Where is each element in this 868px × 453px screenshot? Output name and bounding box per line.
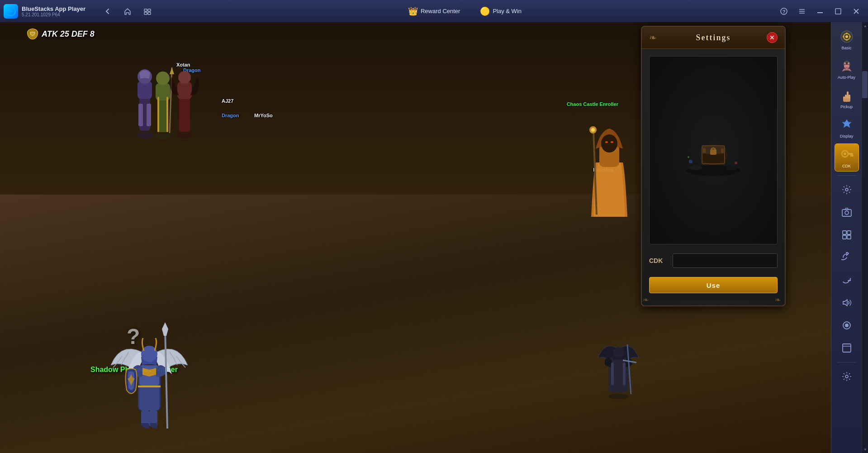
sidebar-record-btn[interactable]	[835, 315, 859, 336]
sidebar-layers-btn[interactable]	[835, 224, 859, 245]
settings-ornament-left: ❧	[649, 32, 660, 43]
svg-rect-2	[148, 9, 151, 11]
sidebar-rotate-btn[interactable]	[835, 270, 859, 291]
sidebar-sync-btn[interactable]	[835, 247, 859, 268]
svg-point-95	[845, 211, 849, 215]
svg-rect-18	[138, 104, 143, 126]
window-button[interactable]	[141, 5, 154, 18]
svg-point-57	[688, 165, 702, 170]
settings-panel: ❧ ❧ ❧ ❧ ❧ Settings ✕	[641, 26, 786, 306]
settings-body: CDK Use	[642, 49, 785, 300]
svg-rect-25	[166, 97, 168, 132]
svg-rect-92	[852, 155, 854, 157]
atk-def-display: 🛡 ATK 25 DEF 8	[27, 29, 95, 39]
svg-point-73	[843, 36, 844, 38]
help-button[interactable]: ?	[776, 3, 792, 19]
menu-button[interactable]	[794, 3, 810, 19]
cdk-icon	[839, 147, 855, 163]
svg-rect-62	[710, 149, 716, 155]
settings-header: ❧ Settings ✕	[642, 27, 785, 49]
scroll-arrow-down[interactable]: ▼	[862, 446, 868, 453]
svg-point-93	[845, 188, 848, 191]
svg-rect-96	[843, 231, 846, 234]
back-button[interactable]	[101, 5, 114, 18]
svg-rect-30	[177, 82, 192, 99]
pickup-label: Pickup	[840, 105, 853, 110]
play-and-win-button[interactable]: 🟡 Play & Win	[475, 5, 526, 18]
use-button[interactable]: Use	[649, 277, 778, 293]
sidebar-divider	[837, 175, 857, 176]
far-right-scrollbar[interactable]: ▲ ▼	[862, 22, 868, 453]
sidebar-tool-basic[interactable]: Basic	[835, 26, 859, 53]
sidebar-settings2-btn[interactable]	[835, 366, 859, 387]
display-icon	[839, 117, 855, 133]
svg-point-74	[849, 36, 851, 38]
svg-point-14	[137, 132, 153, 139]
sidebar-volume-btn[interactable]	[835, 292, 859, 313]
sidebar-tool-display[interactable]: Display	[835, 114, 859, 142]
svg-point-89	[844, 153, 846, 155]
reward-center-button[interactable]: 👑 Reward Center	[403, 5, 465, 18]
svg-rect-51	[138, 386, 161, 387]
svg-rect-103	[843, 344, 851, 352]
sidebar-divider-2	[837, 362, 857, 362]
autoplay-icon	[839, 58, 855, 74]
titlebar-nav	[101, 5, 154, 18]
settings-preview-area	[649, 56, 778, 244]
scroll-track	[862, 29, 868, 446]
svg-point-23	[156, 72, 170, 85]
svg-point-78	[848, 62, 849, 64]
sidebar-settings-btn[interactable]	[835, 179, 859, 200]
scroll-arrow-up[interactable]: ▲	[862, 22, 868, 29]
svg-point-72	[846, 39, 848, 41]
svg-point-105	[845, 375, 848, 378]
chest-preview-svg	[677, 123, 749, 177]
sidebar-tool-cdk[interactable]: CDK	[835, 143, 859, 172]
cdk-input[interactable]	[673, 253, 778, 268]
svg-marker-87	[842, 119, 851, 128]
svg-rect-45	[623, 362, 626, 385]
maximize-button[interactable]	[830, 3, 846, 19]
svg-rect-3	[144, 12, 147, 14]
svg-rect-91	[850, 155, 852, 157]
play-and-win-label: Play & Win	[493, 8, 522, 14]
cdk-row: CDK	[649, 252, 778, 270]
svg-point-67	[735, 162, 737, 164]
svg-marker-27	[170, 67, 174, 74]
svg-rect-99	[847, 235, 851, 239]
svg-rect-11	[835, 9, 841, 14]
app-version: 5.21.201.1029 P64	[22, 12, 85, 17]
svg-rect-98	[843, 235, 846, 239]
display-label: Display	[840, 134, 854, 139]
sidebar-camera-btn[interactable]	[835, 202, 859, 223]
game-scene: 🛡 ATK 25 DEF 8 Xotan Dragon AJ27 Dragon …	[0, 22, 831, 453]
svg-marker-100	[843, 300, 847, 306]
crown-icon: 👑	[408, 6, 418, 16]
app-logo	[4, 4, 18, 19]
basic-icon	[839, 29, 855, 45]
svg-point-71	[846, 33, 848, 34]
svg-rect-86	[847, 91, 849, 95]
scroll-thumb[interactable]	[862, 71, 868, 98]
titlebar-center: 👑 Reward Center 🟡 Play & Win	[154, 5, 776, 18]
game-viewport[interactable]: 🛡 ATK 25 DEF 8 Xotan Dragon AJ27 Dragon …	[0, 22, 831, 453]
sidebar-screenshot-btn[interactable]	[835, 338, 859, 358]
svg-point-58	[726, 166, 737, 171]
svg-point-77	[844, 62, 846, 64]
home-button[interactable]	[121, 5, 134, 18]
svg-point-39	[591, 128, 595, 132]
sidebar-tool-pickup[interactable]: Pickup	[835, 85, 859, 112]
svg-point-43	[613, 347, 624, 358]
sidebar-tool-autoplay[interactable]: Auto-Play	[835, 55, 859, 83]
reward-center-label: Reward Center	[421, 8, 460, 14]
settings-close-button[interactable]: ✕	[767, 32, 778, 43]
svg-rect-85	[843, 98, 850, 102]
close-button[interactable]	[848, 3, 864, 19]
char-red-robe	[587, 126, 632, 208]
svg-rect-19	[147, 104, 151, 126]
pickup-icon	[839, 87, 855, 104]
minimize-button[interactable]	[812, 3, 828, 19]
coin-icon: 🟡	[480, 6, 490, 16]
svg-rect-64	[721, 148, 724, 153]
svg-rect-29	[179, 95, 190, 132]
